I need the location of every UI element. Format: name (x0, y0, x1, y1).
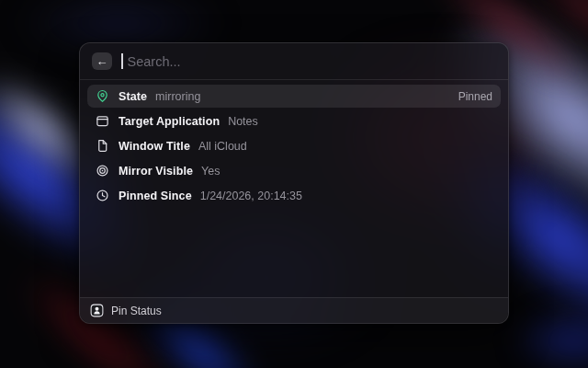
bullseye-eye-icon (96, 164, 109, 178)
document-icon (96, 139, 109, 153)
result-list: StatemirroringPinnedTarget ApplicationNo… (80, 80, 508, 207)
row-label: Pinned Since (119, 190, 192, 202)
list-item[interactable]: Pinned Since1/24/2026, 20:14:35 (87, 184, 501, 207)
pin-status-app-icon (90, 304, 104, 317)
list-item[interactable]: StatemirroringPinned (87, 85, 501, 108)
row-value: 1/24/2026, 20:14:35 (200, 190, 302, 202)
row-label: Window Title (119, 140, 190, 153)
footer-bar: Pin Status (80, 297, 508, 323)
arrow-left-icon: ← (96, 55, 108, 67)
list-item[interactable]: Window TitleAll iCloud (87, 134, 501, 157)
row-label: Target Application (119, 115, 220, 128)
row-label: State (119, 90, 147, 103)
app-window-icon (96, 114, 109, 128)
row-value: Yes (201, 165, 220, 178)
row-label: Mirror Visible (119, 165, 193, 178)
list-item[interactable]: Mirror VisibleYes (87, 159, 501, 182)
row-value: All iCloud (198, 140, 247, 153)
footer-app-title: Pin Status (111, 305, 162, 317)
launcher-window: ← StatemirroringPinnedTarget Application… (79, 42, 509, 324)
search-bar: ← (80, 43, 508, 80)
search-input[interactable] (128, 54, 497, 69)
location-pin-icon (96, 89, 109, 103)
row-value: mirroring (155, 90, 200, 103)
text-caret (121, 53, 123, 69)
row-accessory: Pinned (458, 90, 492, 103)
back-button[interactable]: ← (92, 52, 112, 70)
list-item[interactable]: Target ApplicationNotes (87, 109, 501, 132)
clock-icon (96, 189, 109, 202)
row-value: Notes (228, 115, 258, 128)
